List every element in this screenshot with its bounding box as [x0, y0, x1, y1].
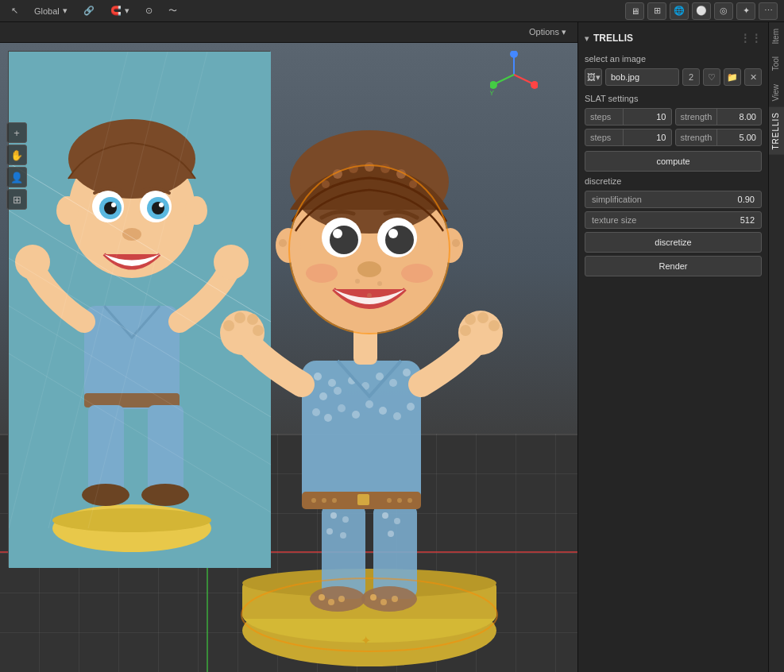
svg-point-78	[407, 403, 415, 411]
magnet-icon: 🧲	[110, 6, 122, 16]
editor-type-btn[interactable]: 🖥	[625, 2, 644, 20]
texture-size-value[interactable]: 512	[734, 215, 761, 225]
steps-field-2[interactable]: steps 10	[585, 129, 672, 146]
image-selector-row: 🖼 ▾ bob.jpg 2 ♡ 📁 ✕	[585, 68, 762, 86]
svg-point-47	[319, 594, 325, 601]
favorite-icon-btn[interactable]: ♡	[703, 68, 720, 86]
circle-icon: ⊙	[145, 6, 153, 16]
svg-point-101	[330, 226, 358, 254]
magnet-dropdown: ▾	[125, 6, 129, 16]
close-icon-btn[interactable]: ✕	[744, 68, 762, 86]
tab-view[interactable]: View	[769, 78, 784, 108]
close-icon: ✕	[750, 72, 757, 83]
simplification-value[interactable]: 0.90	[732, 195, 761, 204]
svg-point-111	[452, 239, 460, 247]
svg-point-38	[330, 512, 337, 519]
toolbar-circle-icon[interactable]: ⊙	[141, 4, 157, 17]
render-engine-btn[interactable]: ⚪	[692, 2, 711, 20]
svg-point-40	[326, 528, 333, 535]
svg-point-114	[367, 293, 372, 298]
toolbar-wave-icon[interactable]: 〜	[164, 3, 182, 18]
strength-value-2[interactable]: 5.00	[717, 133, 761, 142]
slat-settings-label: SLAT settings	[585, 94, 762, 103]
svg-point-17	[111, 203, 116, 207]
svg-point-112	[355, 279, 360, 284]
overlay-icon: ◎	[720, 6, 728, 16]
folder-icon-btn[interactable]: 📁	[724, 68, 741, 86]
steps-field-1[interactable]: steps 10	[585, 108, 672, 126]
svg-point-107	[401, 264, 433, 283]
move-tool[interactable]: ✋	[6, 145, 27, 165]
steps-value-1[interactable]: 10	[624, 112, 671, 122]
toolbar-right: 🖥 ⊞ 🌐 ⚪ ◎ ✦ ⋯	[625, 2, 778, 20]
toolbar-magnet-icon[interactable]: 🧲 ▾	[106, 4, 134, 17]
section-dots-handle[interactable]: ⋮⋮	[740, 32, 762, 44]
toolbar-cursor-icon[interactable]: ↖	[6, 4, 23, 17]
svg-point-65	[334, 387, 342, 395]
svg-text:Y: Y	[490, 89, 494, 97]
more-btn[interactable]: ⋯	[759, 2, 778, 20]
svg-point-73	[338, 404, 346, 412]
tab-tool[interactable]: Tool	[769, 50, 784, 77]
strength-value-1[interactable]: 8.00	[717, 112, 761, 122]
tab-trellis[interactable]: TRELLIS	[769, 107, 784, 155]
gizmo-btn[interactable]: ✦	[736, 2, 755, 20]
heart-icon: ♡	[708, 72, 716, 83]
svg-point-57	[322, 498, 326, 503]
svg-point-39	[342, 516, 349, 523]
toolbar-global[interactable]: Global ▾	[29, 4, 72, 17]
group-tool[interactable]: 👤	[6, 167, 27, 187]
svg-point-80	[223, 320, 234, 331]
scene-canvas: ✦ Z X Y + ✋ 👤 ⊞	[0, 43, 577, 672]
wave-icon: 〜	[168, 5, 177, 17]
trellis-title: TRELLIS	[593, 33, 633, 44]
image-icon: 🖼	[587, 72, 596, 82]
grid-tool[interactable]: ⊞	[6, 189, 27, 210]
steps-value-2[interactable]: 10	[624, 133, 671, 142]
svg-point-58	[332, 498, 337, 503]
workspace-btn[interactable]: ⊞	[647, 2, 666, 20]
select-image-label: select an image	[585, 54, 762, 64]
svg-point-70	[403, 369, 411, 377]
add-object-tool[interactable]: +	[6, 122, 27, 143]
svg-point-109	[279, 239, 287, 247]
texture-size-row[interactable]: texture size 512	[585, 211, 762, 229]
svg-point-46	[361, 586, 417, 612]
image-number-field[interactable]: 2	[682, 68, 700, 86]
svg-point-69	[389, 379, 397, 387]
svg-point-106	[306, 264, 338, 283]
svg-point-48	[328, 599, 334, 605]
options-button[interactable]: Options ▾	[524, 25, 571, 39]
toolbar-link-icon[interactable]: 🔗	[79, 4, 99, 17]
svg-point-103	[333, 229, 342, 238]
svg-text:✦: ✦	[361, 634, 371, 647]
svg-point-85	[489, 320, 500, 331]
svg-point-125	[490, 81, 497, 89]
image-type-icon[interactable]: 🖼 ▾	[585, 68, 602, 86]
options-label: Options ▾	[529, 27, 566, 37]
svg-rect-37	[373, 504, 417, 599]
image-name-field[interactable]: bob.jpg	[605, 68, 679, 86]
svg-point-82	[247, 314, 258, 325]
section-toggle-icon[interactable]: ▾	[585, 34, 589, 43]
discretize-button[interactable]: discretize	[585, 232, 762, 253]
svg-point-59	[387, 498, 392, 503]
strength-field-2[interactable]: strength 5.00	[675, 129, 763, 146]
simplification-row[interactable]: simplification 0.90	[585, 191, 762, 208]
svg-point-83	[253, 325, 264, 336]
svg-point-49	[338, 596, 345, 602]
trellis-section-header: ▾ TRELLIS ⋮⋮	[585, 29, 762, 48]
svg-point-113	[377, 281, 382, 286]
compute-button[interactable]: compute	[585, 151, 762, 172]
svg-point-105	[357, 261, 381, 277]
render-button[interactable]: Render	[585, 256, 762, 276]
strength-field-1[interactable]: strength 8.00	[675, 108, 763, 126]
overlay-btn[interactable]: ◎	[714, 2, 733, 20]
scene-btn[interactable]: 🌐	[670, 2, 689, 20]
workspace-icon: ⊞	[654, 6, 661, 16]
right-panel: ▾ TRELLIS ⋮⋮ select an image 🖼 ▾ bob.jpg…	[577, 22, 784, 672]
more-icon: ⋯	[764, 6, 773, 16]
svg-point-8	[141, 484, 189, 506]
svg-point-61	[407, 498, 412, 503]
tab-item[interactable]: Item	[769, 22, 784, 50]
